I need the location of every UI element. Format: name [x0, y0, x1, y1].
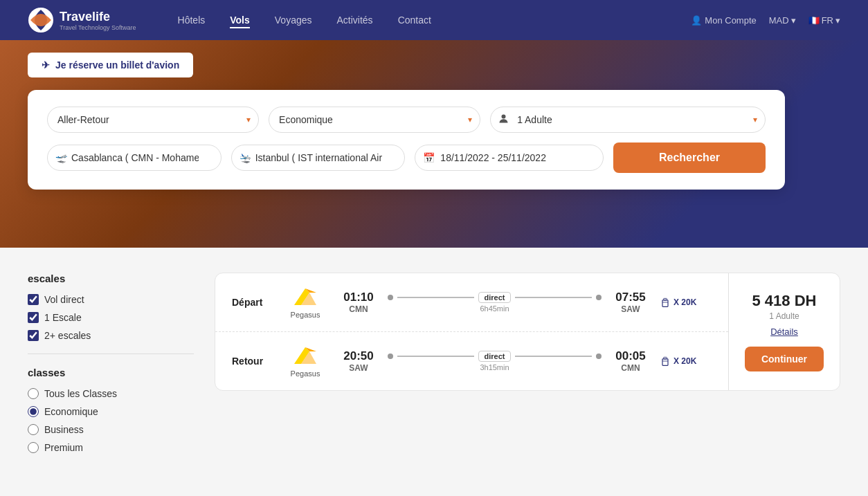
retour-baggage-text: X 20K: [673, 356, 696, 366]
svg-rect-13: [662, 359, 668, 366]
svg-point-1: [502, 115, 506, 119]
trip-type-select[interactable]: Aller-Retour Aller Simple: [47, 107, 259, 133]
retour-airline: Pegasus: [281, 345, 329, 378]
origin-input[interactable]: [47, 145, 221, 171]
language-selector[interactable]: 🇫🇷 FR ▾: [808, 15, 840, 26]
dates-input[interactable]: [415, 145, 604, 171]
passengers-icon: [498, 113, 509, 126]
sidebar: escales Vol direct 1 Escale 2+ escales c…: [28, 273, 194, 460]
search-row-2: 🛫 🛬 📅 Rechercher: [47, 143, 766, 173]
class-business[interactable]: Business: [28, 424, 194, 435]
pegasus-logo-retour: [290, 345, 320, 368]
retour-route-line: direct: [388, 351, 602, 362]
content-area: escales Vol direct 1 Escale 2+ escales c…: [0, 248, 868, 481]
flight-card-inner: Départ Pegasus: [215, 273, 840, 390]
details-link[interactable]: Détails: [770, 327, 798, 337]
results-section: Départ Pegasus: [215, 273, 840, 460]
retour-baggage: X 20K: [660, 356, 712, 367]
retour-dot: [388, 353, 393, 359]
origin-plane-icon: 🛫: [55, 152, 67, 163]
dest-plane-icon: 🛬: [239, 152, 251, 163]
depart-row: Départ Pegasus: [215, 273, 728, 332]
retour-airline-logo: [290, 345, 320, 368]
continue-button[interactable]: Continuer: [745, 347, 824, 371]
account-icon: 👤: [691, 15, 702, 26]
navbar: Travelife Travel Technology Software Hôt…: [0, 0, 868, 40]
nav-item-contact[interactable]: Contact: [398, 14, 431, 26]
retour-row: Retour Pegasus: [215, 332, 728, 390]
depart-airline-name: Pegasus: [291, 311, 320, 319]
trip-type-select-wrap: Aller-Retour Aller Simple ▾: [47, 107, 259, 133]
svg-rect-6: [662, 300, 668, 307]
escales-title: escales: [28, 273, 194, 284]
class-premium-label: Premium: [44, 442, 83, 453]
price-section: 5 418 DH 1 Adulte Détails Continuer: [729, 273, 840, 390]
passengers-select-wrap: 1 Adulte 2 Adultes 3 Adultes ▾: [490, 107, 766, 133]
retour-airline-name: Pegasus: [291, 369, 320, 378]
class-premium[interactable]: Premium: [28, 442, 194, 453]
class-tous-radio[interactable]: [28, 388, 39, 399]
price-pax: 1 Adulte: [769, 311, 799, 321]
filter-2plus-escales[interactable]: 2+ escales: [28, 330, 194, 341]
filter-vol-direct-checkbox[interactable]: [28, 294, 39, 305]
cabin-class-select-wrap: Economique Business Premium ▾: [269, 107, 480, 133]
class-economique-radio[interactable]: [28, 406, 39, 417]
pegasus-logo-depart: [290, 286, 320, 309]
calendar-icon: 📅: [423, 152, 435, 163]
svg-rect-7: [664, 298, 667, 300]
class-economique[interactable]: Economique: [28, 406, 194, 417]
nav-right: 👤 Mon Compte MAD ▾ 🇫🇷 FR ▾: [691, 15, 840, 26]
retour-route: direct 3h15min: [388, 351, 602, 371]
depart-line2: [515, 297, 592, 298]
depart-dot: [388, 295, 393, 300]
passengers-select[interactable]: 1 Adulte 2 Adultes 3 Adultes: [490, 107, 766, 133]
class-business-radio[interactable]: [28, 424, 39, 435]
class-premium-radio[interactable]: [28, 442, 39, 453]
nav-item-activites[interactable]: Activités: [337, 14, 373, 26]
filter-1-escale-checkbox[interactable]: [28, 312, 39, 323]
filter-vol-direct-label: Vol direct: [44, 294, 84, 305]
filter-2plus-checkbox[interactable]: [28, 330, 39, 341]
nav-item-voyages[interactable]: Voyages: [275, 14, 312, 26]
plane-icon: ✈: [42, 59, 50, 71]
logo[interactable]: Travelife Travel Technology Software: [28, 7, 136, 33]
class-tous[interactable]: Tous les Classes: [28, 388, 194, 399]
nav-item-vols[interactable]: Vols: [230, 14, 250, 26]
retour-arrive-time: 00:05: [615, 349, 645, 363]
retour-label: Retour: [232, 356, 270, 367]
depart-arrive-code: SAW: [621, 304, 640, 314]
class-business-label: Business: [44, 424, 84, 435]
depart-label: Départ: [232, 297, 270, 308]
depart-direct-badge: direct: [478, 292, 512, 303]
currency-chevron-icon: ▾: [791, 15, 796, 26]
retour-arrive-code: CMN: [621, 363, 640, 373]
flight-card: Départ Pegasus: [215, 273, 840, 391]
search-button[interactable]: Rechercher: [613, 143, 766, 173]
classes-title: classes: [28, 367, 194, 378]
logo-sub: Travel Technology Software: [60, 24, 136, 31]
depart-arrive-block: 07:55 SAW: [613, 291, 649, 314]
reserve-button[interactable]: ✈ Je réserve un billet d'avion: [28, 53, 193, 77]
destination-wrap: 🛬: [231, 145, 406, 171]
destination-input[interactable]: [231, 145, 406, 171]
depart-airline-logo: [290, 286, 320, 309]
flights-main: Départ Pegasus: [215, 273, 729, 390]
cabin-class-select[interactable]: Economique Business Premium: [269, 107, 480, 133]
retour-depart-time: 20:50: [343, 349, 373, 363]
depart-airline: Pegasus: [281, 286, 329, 319]
depart-duration: 6h45min: [480, 304, 509, 313]
depart-baggage: X 20K: [660, 297, 712, 308]
search-box: Aller-Retour Aller Simple ▾ Economique B…: [28, 90, 785, 190]
depart-code: CMN: [349, 304, 368, 314]
retour-dot2: [596, 353, 602, 359]
account-link[interactable]: 👤 Mon Compte: [691, 15, 756, 26]
svg-rect-14: [664, 357, 667, 358]
filter-1-escale[interactable]: 1 Escale: [28, 312, 194, 323]
filter-vol-direct[interactable]: Vol direct: [28, 294, 194, 305]
retour-time-block: 20:50 SAW: [341, 349, 377, 373]
depart-time-block: 01:10 CMN: [341, 291, 377, 314]
baggage-icon-retour: [660, 356, 671, 367]
nav-item-hotels[interactable]: Hôtels: [178, 14, 206, 26]
currency-selector[interactable]: MAD ▾: [769, 15, 796, 26]
retour-duration: 3h15min: [480, 363, 509, 371]
